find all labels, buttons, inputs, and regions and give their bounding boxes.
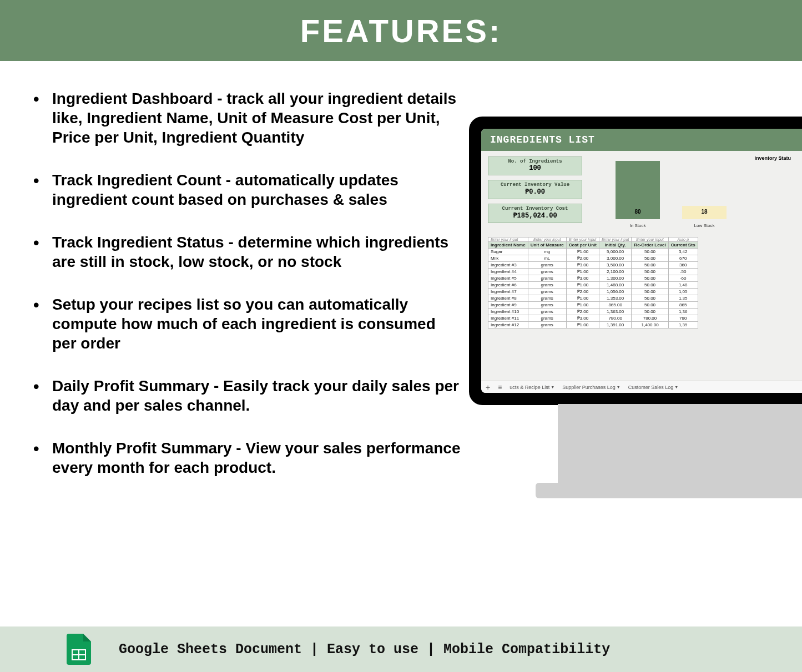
table-cell: 1,35 xyxy=(668,295,698,302)
table-cell: grams xyxy=(528,275,566,282)
table-cell: ₱2.00 xyxy=(566,289,599,295)
table-cell: 780 xyxy=(668,315,698,322)
table-cell: 780.00 xyxy=(599,315,631,322)
table-cell: Milk xyxy=(488,255,528,262)
table-cell: grams xyxy=(528,289,566,295)
table-cell: 1,36 xyxy=(668,309,698,315)
monitor-stand xyxy=(558,404,802,498)
table-cell: Ingredient #5 xyxy=(488,275,528,282)
kpi-value: ₱185,024.00 xyxy=(492,211,578,220)
table-cell: Ingredient #10 xyxy=(488,309,528,315)
table-cell: 670 xyxy=(668,255,698,262)
sheet-tab[interactable]: Customer Sales Log▼ xyxy=(628,385,678,390)
hint-cell: Enter your input xyxy=(599,238,631,242)
table-cell: 5,000.00 xyxy=(599,249,631,255)
hint-cell: Enter your input xyxy=(488,238,528,242)
table-row: Ingredient #11grams₱3.00780.00780.00780 xyxy=(488,315,698,322)
table-row: Ingredient #3grams₱3.003,500.0050.00360 xyxy=(488,262,698,269)
inventory-status-chart: Inventory Statu 80 In Stock 18 Low Stock xyxy=(604,156,795,231)
table-cell: 50.00 xyxy=(632,255,668,262)
chevron-down-icon: ▼ xyxy=(617,385,621,389)
sheet-tab[interactable]: Supplier Purchases Log▼ xyxy=(562,385,621,390)
table-cell: -60 xyxy=(668,275,698,282)
table-cell: 1,056.00 xyxy=(599,289,631,295)
table-cell: 1,488.00 xyxy=(599,282,631,289)
table-row: Ingredient #12grams₱1.001,391.001,400.00… xyxy=(488,322,698,329)
table-cell: 1,400.00 xyxy=(632,322,668,329)
table-cell: 3,000.00 xyxy=(599,255,631,262)
all-sheets-icon[interactable]: ≡ xyxy=(498,383,502,391)
table-cell: 50.00 xyxy=(632,295,668,302)
feature-item: Monthly Profit Summary - View your sales… xyxy=(33,438,461,477)
sheet-tab[interactable]: ucts & Recipe List▼ xyxy=(510,385,554,390)
chart-bar-value: 80 xyxy=(616,209,660,215)
table-header-row: Ingredient Name Unit of Measure Cost per… xyxy=(488,242,698,249)
table-cell: grams xyxy=(528,262,566,269)
table-cell: 780.00 xyxy=(632,315,668,322)
table-row: Ingredient #6grams₱1.001,488.0050.001,48 xyxy=(488,282,698,289)
feature-item: Track Ingredient Status - determine whic… xyxy=(33,233,461,271)
table-cell: grams xyxy=(528,302,566,309)
kpi-column: No. of Ingredients 100 Current Inventory… xyxy=(488,156,582,231)
table-cell: 1,391.00 xyxy=(599,322,631,329)
col-header: Cost per Unit xyxy=(566,242,599,249)
table-cell: ₱1.00 xyxy=(566,295,599,302)
table-cell: Ingredient #12 xyxy=(488,322,528,329)
table-cell: ₱1.00 xyxy=(566,322,599,329)
table-cell: Ingredient #8 xyxy=(488,295,528,302)
page-title: FEATURES: xyxy=(300,12,502,49)
table-cell: 50.00 xyxy=(632,275,668,282)
hint-row: Enter your input Enter your input Enter … xyxy=(488,238,698,242)
footer-band: Google Sheets Document | Easy to use | M… xyxy=(0,626,802,672)
hint-cell: Enter your input xyxy=(566,238,599,242)
kpi-card: Current Inventory Cost ₱185,024.00 xyxy=(488,204,582,223)
table-cell: 1,363.00 xyxy=(599,309,631,315)
table-cell: ₱1.00 xyxy=(566,249,599,255)
table-cell: grams xyxy=(528,269,566,275)
header-band: FEATURES: xyxy=(0,0,802,61)
feature-item: Track Ingredient Count - automatically u… xyxy=(33,170,461,209)
kpi-value: ₱0.00 xyxy=(492,188,578,196)
add-sheet-icon[interactable]: + xyxy=(486,383,490,392)
table-cell: ₱1.00 xyxy=(566,269,599,275)
col-header: Initial Qty. xyxy=(599,242,631,249)
table-cell: Ingredient #7 xyxy=(488,289,528,295)
table-cell: ₱3.00 xyxy=(566,262,599,269)
kpi-zone: No. of Ingredients 100 Current Inventory… xyxy=(481,151,802,231)
kpi-label: Current Inventory Cost xyxy=(492,206,578,211)
table-cell: 50.00 xyxy=(632,249,668,255)
table-cell: grams xyxy=(528,282,566,289)
table-cell: 50.00 xyxy=(632,289,668,295)
table-cell: 50.00 xyxy=(632,282,668,289)
table-cell: Ingredient #9 xyxy=(488,302,528,309)
sheet-tab-label: Customer Sales Log xyxy=(628,385,674,390)
footer-text: Google Sheets Document | Easy to use | M… xyxy=(119,641,610,658)
table-row: Ingredient #4grams₱1.002,100.0050.00-50 xyxy=(488,269,698,275)
table-cell: Sugar xyxy=(488,249,528,255)
table-cell: 360 xyxy=(668,262,698,269)
table-cell: 50.00 xyxy=(632,269,668,275)
table-cell: ₱1.00 xyxy=(566,302,599,309)
google-sheets-icon xyxy=(67,634,91,665)
table-cell: ₱2.00 xyxy=(566,309,599,315)
table-row: Ingredient #10grams₱2.001,363.0050.001,3… xyxy=(488,309,698,315)
table-cell: 1,353.00 xyxy=(599,295,631,302)
chevron-down-icon: ▼ xyxy=(551,385,554,389)
table-cell: Ingredient #11 xyxy=(488,315,528,322)
chart-bar-label: In Stock xyxy=(616,223,660,228)
table-cell: 1,39 xyxy=(668,322,698,329)
table-cell: Ingredient #6 xyxy=(488,282,528,289)
table-row: Ingredient #7grams₱2.001,056.0050.001,05 xyxy=(488,289,698,295)
table-row: Ingredient #5grams₱3.001,300.0050.00-60 xyxy=(488,275,698,282)
col-header: Current Sto xyxy=(668,242,698,249)
ingredients-table: Enter your input Enter your input Enter … xyxy=(488,237,698,329)
table-cell: mg xyxy=(528,249,566,255)
chart-title: Inventory Statu xyxy=(754,155,791,161)
hint-cell: Enter your input xyxy=(632,238,668,242)
col-header: Re-Order Level xyxy=(632,242,668,249)
col-header: Ingredient Name xyxy=(488,242,528,249)
table-cell: -50 xyxy=(668,269,698,275)
table-row: Sugarmg₱1.005,000.0050.003,42 xyxy=(488,249,698,255)
sheet-tab-label: ucts & Recipe List xyxy=(510,385,549,390)
table-cell: 1,05 xyxy=(668,289,698,295)
